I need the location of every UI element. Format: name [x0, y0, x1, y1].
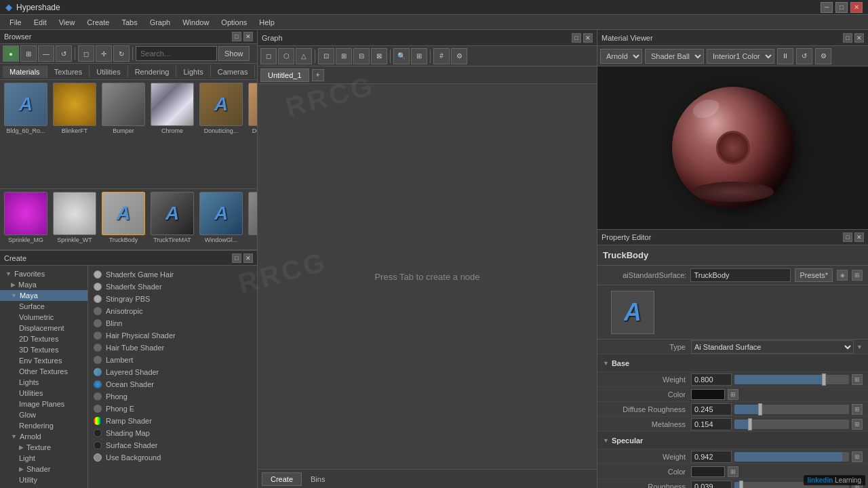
shader-hair-physical[interactable]: Hair Physical Shader: [88, 329, 257, 342]
shader-stingray-pbs[interactable]: Stingray PBS: [88, 293, 257, 305]
graph-tab-untitled[interactable]: Untitled_1: [260, 68, 309, 82]
tree-arnold[interactable]: ▼ Arnold: [0, 431, 87, 442]
shader-shading-map[interactable]: Shading Map: [88, 427, 257, 439]
mat-truckbody[interactable]: A TruckBody: [100, 192, 146, 243]
tree-image-planes[interactable]: Image Planes: [0, 399, 87, 409]
tree-displacement[interactable]: Displacement: [0, 323, 87, 333]
mat-donut-icing[interactable]: A DonutIcing...: [198, 83, 244, 134]
shader-phong-e[interactable]: Phong E: [88, 403, 257, 415]
tab-textures[interactable]: Textures: [47, 66, 90, 78]
shader-blinn[interactable]: Blinn: [88, 317, 257, 329]
shader-lambert[interactable]: Lambert: [88, 354, 257, 366]
search-input[interactable]: [136, 46, 217, 61]
tree-volumetric[interactable]: Volumetric: [0, 312, 87, 323]
tab-create[interactable]: Create: [262, 472, 302, 486]
tree-env-textures[interactable]: Env Textures: [0, 355, 87, 366]
viewer-settings-button[interactable]: ⚙: [815, 48, 831, 64]
menu-create[interactable]: Create: [81, 17, 115, 28]
render-type-select[interactable]: Shader Ball: [645, 49, 704, 64]
color-swatch-base[interactable]: [691, 389, 725, 400]
select-btn[interactable]: ◻: [78, 45, 94, 62]
property-expand-button[interactable]: □: [843, 232, 852, 242]
shader-hair-tube[interactable]: Hair Tube Shader: [88, 342, 257, 354]
shader-use-background[interactable]: Use Background: [88, 451, 257, 464]
menu-window[interactable]: Window: [177, 17, 214, 28]
base-section-header[interactable]: ▼ Base: [597, 354, 868, 372]
tree-surface[interactable]: Surface: [0, 301, 87, 312]
diffuse-roughness-slider[interactable]: [734, 405, 849, 414]
shader-phong[interactable]: Phong: [88, 390, 257, 403]
tree-maya-2[interactable]: ▼ Maya: [0, 290, 87, 301]
tree-rendering[interactable]: Rendering: [0, 420, 87, 431]
mat-lambert1[interactable]: lambert1: [247, 192, 257, 243]
browser-expand-button[interactable]: □: [232, 32, 241, 41]
viewer-pause-button[interactable]: ⏸: [777, 48, 793, 64]
viewer-close-button[interactable]: ✕: [854, 33, 864, 43]
shader-shaderfx-shader[interactable]: Shaderfx Shader: [88, 281, 257, 293]
property-close-button[interactable]: ✕: [854, 232, 864, 242]
tree-utilities[interactable]: Utilities: [0, 388, 87, 399]
tree-2d-textures[interactable]: 2D Textures: [0, 333, 87, 344]
mat-trucktire[interactable]: A TruckTireMAT: [149, 192, 195, 243]
graph-tb-option[interactable]: ⚙: [451, 48, 467, 64]
tree-other-textures[interactable]: Other Textures: [0, 366, 87, 377]
tab-materials[interactable]: Materials: [3, 66, 47, 78]
specular-weight-slider[interactable]: [734, 452, 849, 462]
graph-tb-disconnect[interactable]: ⊟: [353, 48, 370, 64]
shader-ramp[interactable]: Ramp Shader: [88, 415, 257, 427]
graph-tb-zoom[interactable]: △: [296, 48, 312, 64]
specular-roughness-input[interactable]: [691, 481, 732, 489]
minimize-button[interactable]: ─: [821, 2, 833, 13]
graph-tb-move[interactable]: ⬡: [278, 48, 294, 64]
metalness-input[interactable]: [691, 418, 732, 430]
mat-windowgl[interactable]: A WindowGl...: [198, 192, 244, 243]
diffuse-roughness-connect-btn[interactable]: ⊞: [852, 404, 863, 415]
mat-donut-cake[interactable]: A DonutCake...: [247, 83, 257, 134]
mat-bumper[interactable]: Bumper: [100, 83, 146, 134]
tree-shader[interactable]: ▶ Shader: [0, 464, 87, 474]
mat-chrome[interactable]: Chrome: [149, 83, 195, 134]
ai-surface-input[interactable]: [690, 268, 791, 282]
create-close-button[interactable]: ✕: [243, 253, 253, 263]
menu-help[interactable]: Help: [254, 17, 280, 28]
weight-slider[interactable]: [734, 375, 849, 384]
tree-light[interactable]: Light: [0, 453, 87, 464]
tree-maya-1[interactable]: ▶ Maya: [0, 279, 87, 290]
ai-icon-btn-1[interactable]: ◈: [837, 270, 848, 281]
menu-edit[interactable]: Edit: [28, 17, 52, 28]
type-select[interactable]: Ai Standard Surface: [691, 340, 854, 354]
tab-lights[interactable]: Lights: [176, 66, 210, 78]
tab-rendering[interactable]: Rendering: [128, 66, 177, 78]
maximize-button[interactable]: □: [835, 2, 848, 13]
ai-icon-btn-2[interactable]: ⊞: [852, 270, 863, 281]
menu-tabs[interactable]: Tabs: [116, 17, 142, 28]
specular-weight-input[interactable]: [691, 451, 732, 463]
graph-tb-select[interactable]: ◻: [260, 48, 277, 64]
graph-tb-fit[interactable]: ⊞: [411, 48, 427, 64]
tree-texture[interactable]: ▶ Texture: [0, 442, 87, 453]
tree-lights[interactable]: Lights: [0, 377, 87, 388]
tree-favorites[interactable]: ▼ Favorites: [0, 268, 87, 279]
shader-ocean[interactable]: Ocean Shader: [88, 378, 257, 390]
presets-button[interactable]: Presets*: [795, 268, 833, 282]
graph-close-button[interactable]: ✕: [583, 33, 593, 43]
view-btn-1[interactable]: ⊞: [20, 45, 37, 62]
mat-bldg[interactable]: A Bldg_60_Ro...: [3, 83, 49, 134]
menu-options[interactable]: Options: [216, 17, 252, 28]
weight-input[interactable]: [691, 373, 732, 386]
show-button[interactable]: Show: [218, 46, 250, 61]
menu-file[interactable]: File: [4, 17, 27, 28]
graph-tb-grid[interactable]: ⊠: [371, 48, 387, 64]
color-connect-btn-base[interactable]: ⊞: [728, 389, 738, 400]
mat-blinker[interactable]: BlinkerFT: [52, 83, 98, 134]
view-btn-2[interactable]: —: [38, 45, 54, 62]
renderer-select[interactable]: Arnold: [600, 49, 642, 64]
specular-color-connect-btn[interactable]: ⊞: [728, 466, 738, 477]
shader-surface-shader[interactable]: Surface Shader: [88, 439, 257, 451]
close-button[interactable]: ✕: [850, 2, 863, 13]
viewer-refresh-button[interactable]: ↺: [796, 48, 812, 64]
rotate-btn[interactable]: ↻: [113, 45, 130, 62]
move-btn[interactable]: ✛: [96, 45, 112, 62]
diffuse-roughness-input[interactable]: [691, 403, 732, 415]
shader-anisotropic[interactable]: Anisotropic: [88, 305, 257, 317]
